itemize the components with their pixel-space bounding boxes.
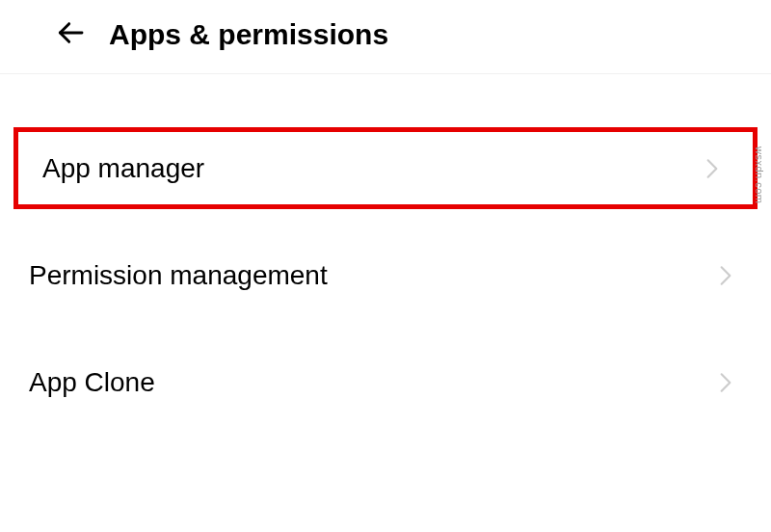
chevron-right-icon bbox=[717, 261, 734, 290]
list-item-app-manager[interactable]: App manager bbox=[13, 127, 758, 209]
page-title: Apps & permissions bbox=[109, 18, 388, 51]
watermark: wsxdn.com bbox=[754, 146, 765, 204]
list-item-label: App manager bbox=[42, 153, 204, 184]
list-item-permission-management[interactable]: Permission management bbox=[0, 234, 771, 316]
list-item-app-clone[interactable]: App Clone bbox=[0, 341, 771, 423]
arrow-left-icon bbox=[55, 17, 86, 52]
chevron-right-icon bbox=[704, 154, 721, 183]
list-item-label: App Clone bbox=[29, 367, 155, 398]
spacer bbox=[0, 209, 771, 234]
spacer bbox=[0, 316, 771, 341]
settings-list: App manager Permission management App Cl… bbox=[0, 74, 771, 423]
back-button[interactable] bbox=[53, 17, 88, 52]
list-item-label: Permission management bbox=[29, 260, 328, 291]
header-bar: Apps & permissions bbox=[0, 0, 771, 74]
chevron-right-icon bbox=[717, 368, 734, 397]
